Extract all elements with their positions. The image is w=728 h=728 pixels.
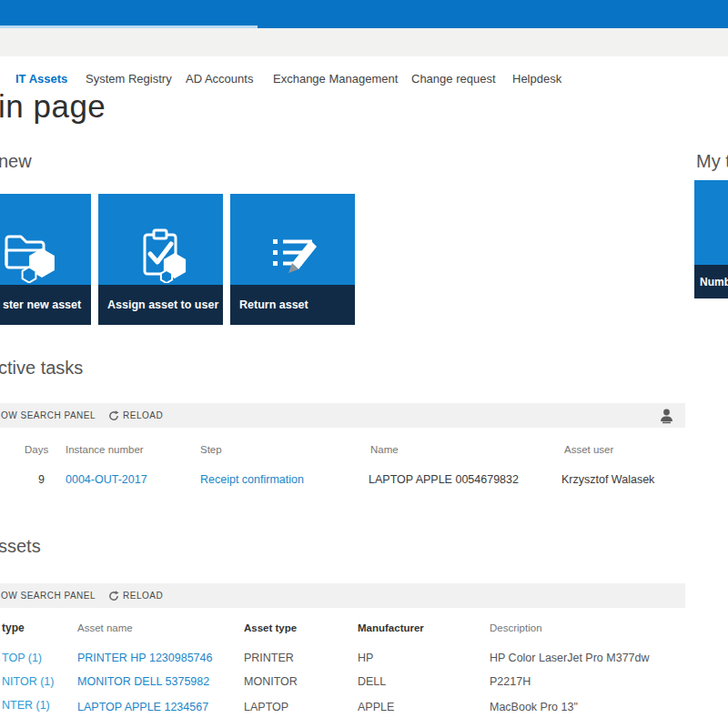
cell-manufacturer: HP xyxy=(358,652,373,664)
cell-asset-user: Krzysztof Walasek xyxy=(561,473,654,486)
reload-button-label: RELOAD xyxy=(123,591,163,601)
group-link[interactable]: NTER (1) xyxy=(2,699,50,712)
kpi-label: Numb xyxy=(694,276,728,288)
reload-button-label: RELOAD xyxy=(123,410,163,420)
active-tasks-toolbar: OW SEARCH PANEL RELOAD xyxy=(0,403,685,428)
clipboard-check-icon xyxy=(132,225,190,283)
reload-icon xyxy=(108,410,119,421)
tile-label-band: Assign asset to user xyxy=(98,285,223,325)
my-assets-toolbar: OW SEARCH PANEL RELOAD xyxy=(0,583,685,608)
col-header-asset-type[interactable]: Asset type xyxy=(244,622,297,633)
nav-item-it-assets[interactable]: IT Assets xyxy=(15,72,67,86)
ribbon-strip xyxy=(0,28,728,56)
step-link[interactable]: Receipt confirmation xyxy=(200,473,304,486)
assign-to-me-button[interactable] xyxy=(659,408,674,428)
group-link[interactable]: TOP (1) xyxy=(2,652,42,664)
cell-asset-type: PRINTER xyxy=(244,652,294,664)
cell-name: LAPTOP APPLE 0054679832 xyxy=(369,473,519,486)
col-header-group-type[interactable]: type xyxy=(2,622,25,634)
tile-label-band: Return asset xyxy=(230,285,355,325)
instance-number-link[interactable]: 0004-OUT-2017 xyxy=(66,473,147,486)
cell-description: MacBook Pro 13" xyxy=(490,701,578,713)
tile-assign-asset-to-user-label: Assign asset to user xyxy=(98,298,218,311)
tile-return-asset[interactable]: Return asset xyxy=(230,194,355,325)
col-header-manufacturer[interactable]: Manufacturer xyxy=(358,622,424,633)
section-heading-add-new: new xyxy=(0,151,32,172)
col-header-step[interactable]: Step xyxy=(200,444,222,455)
section-heading-active-tasks: ctive tasks xyxy=(0,358,83,379)
user-icon xyxy=(659,408,674,424)
cell-asset-type: LAPTOP xyxy=(244,701,288,713)
col-header-asset-user[interactable]: Asset user xyxy=(564,444,613,455)
group-link[interactable]: NITOR (1) xyxy=(2,675,54,688)
list-pencil-icon xyxy=(264,225,322,283)
page-title: in page xyxy=(0,88,106,125)
nav-item-change-request[interactable]: Change request xyxy=(411,72,496,86)
tile-return-asset-label: Return asset xyxy=(230,298,308,311)
asset-name-link[interactable]: PRINTER HP 1230985746 xyxy=(77,652,212,664)
col-header-name[interactable]: Name xyxy=(370,444,399,455)
cell-description: HP Color LaserJet Pro M377dw xyxy=(490,652,650,664)
cell-manufacturer: DELL xyxy=(358,675,386,688)
cell-description: P2217H xyxy=(490,675,531,688)
tile-my-tasks-counter[interactable]: Numb xyxy=(694,180,728,298)
kpi-label-band: Numb xyxy=(694,265,728,298)
folder-asset-icon xyxy=(0,225,58,283)
col-header-description[interactable]: Description xyxy=(490,622,542,633)
cell-days: 9 xyxy=(18,473,45,486)
reload-button[interactable]: RELOAD xyxy=(108,591,163,602)
cell-manufacturer: APPLE xyxy=(358,701,394,713)
tile-label-band: ster new asset xyxy=(0,285,91,325)
col-header-asset-name[interactable]: Asset name xyxy=(77,622,133,633)
top-suite-bar xyxy=(0,0,728,25)
col-header-instance-number[interactable]: Instance number xyxy=(66,444,144,455)
tile-assign-asset-to-user[interactable]: Assign asset to user xyxy=(98,194,223,325)
section-heading-my-assets: ssets xyxy=(0,536,41,557)
nav-item-ad-accounts[interactable]: AD Accounts xyxy=(186,72,253,86)
show-search-panel-button[interactable]: OW SEARCH PANEL xyxy=(0,591,96,601)
nav-item-helpdesk[interactable]: Helpdesk xyxy=(512,72,561,86)
asset-name-link[interactable]: LAPTOP APPLE 1234567 xyxy=(77,701,208,713)
reload-button[interactable]: RELOAD xyxy=(108,410,163,421)
tile-register-new-asset[interactable]: ster new asset xyxy=(0,194,91,325)
show-search-panel-button[interactable]: OW SEARCH PANEL xyxy=(0,410,96,420)
top-navigation: IT Assets System Registry AD Accounts Ex… xyxy=(0,72,728,88)
asset-name-link[interactable]: MONITOR DELL 5375982 xyxy=(77,675,209,688)
col-header-days[interactable]: Days xyxy=(25,444,48,455)
section-heading-my-tasks: My ta xyxy=(696,151,728,172)
nav-item-system-registry[interactable]: System Registry xyxy=(86,72,172,86)
cell-asset-type: MONITOR xyxy=(244,675,298,688)
nav-item-exchange-management[interactable]: Exchange Management xyxy=(273,72,398,86)
tile-register-new-asset-label: ster new asset xyxy=(0,298,81,311)
reload-icon xyxy=(108,591,119,602)
